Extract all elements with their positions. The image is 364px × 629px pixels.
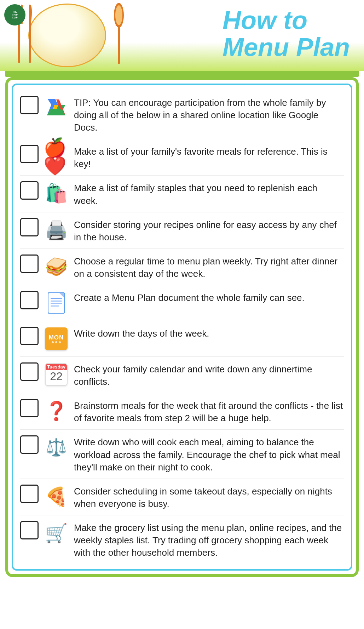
list-item: MON Write down the days of the week. xyxy=(20,321,344,357)
calendar-22-icon: Tuesday 22 xyxy=(44,362,69,387)
question-icon: ❓ xyxy=(44,398,69,424)
svg-rect-5 xyxy=(118,26,120,64)
content-container: TIP: You can encourage participation fro… xyxy=(5,77,359,577)
checkbox-2[interactable] xyxy=(20,145,39,163)
checkbox-7[interactable] xyxy=(20,327,39,345)
checkbox-9[interactable] xyxy=(20,399,39,417)
svg-rect-26 xyxy=(51,305,59,307)
item-text-8: Check your family calendar and write dow… xyxy=(74,362,344,388)
list-item: 🥪 Choose a regular time to menu plan wee… xyxy=(20,249,344,285)
page-title: How to Menu Plan xyxy=(223,7,357,61)
list-item: Create a Menu Plan document the whole fa… xyxy=(20,285,344,321)
sandwich-icon: 🥪 xyxy=(44,254,69,279)
list-item: ⚖️ Write down who will cook each meal, a… xyxy=(20,430,344,479)
checkbox-11[interactable] xyxy=(20,485,39,503)
list-item: 🍎❤️ Make a list of your family's favorit… xyxy=(20,139,344,176)
svg-rect-23 xyxy=(51,298,62,299)
title-area: How to Menu Plan xyxy=(223,7,357,61)
item-text-1: TIP: You can encourage participation fro… xyxy=(74,95,344,134)
logo: THETRIPCLIP xyxy=(4,4,25,25)
pizza-icon: 🍕 xyxy=(44,484,69,509)
svg-rect-25 xyxy=(51,303,62,304)
checkbox-1[interactable] xyxy=(20,96,39,114)
checklist: TIP: You can encourage participation fro… xyxy=(20,90,344,564)
scale-icon: ⚖️ xyxy=(44,435,69,460)
checkbox-3[interactable] xyxy=(20,181,39,200)
list-item: 🖨️ Consider storing your recipes online … xyxy=(20,212,344,249)
item-text-6: Create a Menu Plan document the whole fa… xyxy=(74,290,344,304)
item-text-11: Consider scheduling in some takeout days… xyxy=(74,484,344,510)
cart-icon: 🛒 xyxy=(44,520,69,546)
list-item: Tuesday 22 Check your family calendar an… xyxy=(20,357,344,393)
grocery-icon: 🛍️ xyxy=(44,181,69,206)
header-green-bar xyxy=(5,71,359,77)
checkbox-10[interactable] xyxy=(20,435,39,454)
svg-rect-24 xyxy=(51,301,62,302)
list-item: 🛒 Make the grocery list using the menu p… xyxy=(20,515,344,564)
item-text-4: Consider storing your recipes online for… xyxy=(74,217,344,244)
item-text-3: Make a list of family staples that you n… xyxy=(74,181,344,207)
item-text-12: Make the grocery list using the menu pla… xyxy=(74,520,344,559)
item-text-10: Write down who will cook each meal, aimi… xyxy=(74,435,344,473)
content-inner: TIP: You can encourage participation fro… xyxy=(12,84,352,571)
item-text-7: Write down the days of the week. xyxy=(74,326,344,340)
list-item: 🍕 Consider scheduling in some takeout da… xyxy=(20,479,344,515)
mon-calendar-icon: MON xyxy=(44,326,69,351)
svg-rect-0 xyxy=(18,21,20,63)
checkbox-5[interactable] xyxy=(20,255,39,273)
mon-label: MON xyxy=(49,334,64,341)
item-text-9: Brainstorm meals for the week that fit a… xyxy=(74,398,344,424)
header: THETRIPCLIP How to Menu Plan xyxy=(0,0,364,71)
gdrive-icon xyxy=(44,95,69,121)
checkbox-4[interactable] xyxy=(20,218,39,236)
checkbox-8[interactable] xyxy=(20,362,39,381)
item-text-2: Make a list of your family's favorite me… xyxy=(74,144,344,170)
cal-header: Tuesday xyxy=(46,364,67,370)
recipe-icon: 🖨️ xyxy=(44,217,69,243)
list-item: TIP: You can encourage participation fro… xyxy=(20,90,344,139)
checkbox-6[interactable] xyxy=(20,291,39,309)
item-text-5: Choose a regular time to menu plan weekl… xyxy=(74,254,344,280)
svg-rect-4 xyxy=(29,5,31,63)
cal-number: 22 xyxy=(50,371,63,382)
svg-point-7 xyxy=(115,5,122,25)
hearts-icon: 🍎❤️ xyxy=(44,144,69,170)
checkbox-12[interactable] xyxy=(20,521,39,539)
gdoc-icon xyxy=(44,290,69,316)
list-item: 🛍️ Make a list of family staples that yo… xyxy=(20,176,344,212)
plate xyxy=(28,4,106,67)
knife-icon xyxy=(27,3,33,65)
spoon-icon xyxy=(114,3,124,65)
list-item: ❓ Brainstorm meals for the week that fit… xyxy=(20,393,344,430)
